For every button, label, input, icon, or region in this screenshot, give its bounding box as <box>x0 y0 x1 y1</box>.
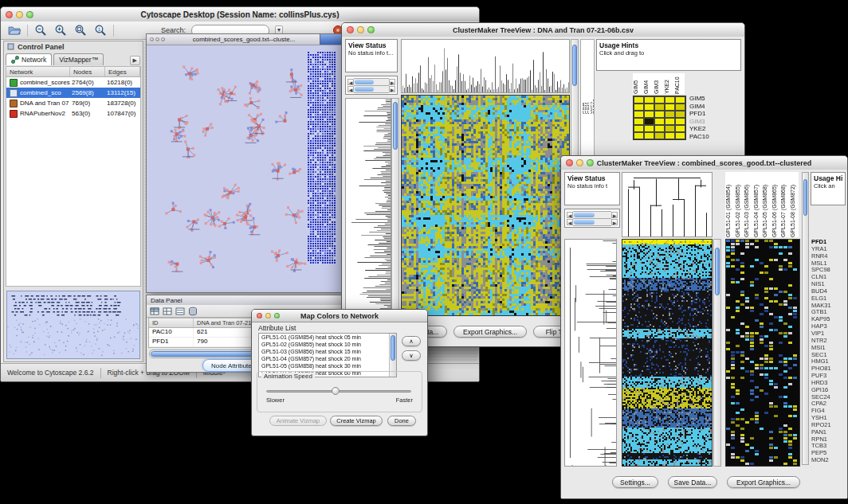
column-header-id[interactable]: ID <box>149 318 194 327</box>
gene-label[interactable]: GIM4 <box>689 103 740 111</box>
gene-label[interactable]: MSI1 <box>811 345 846 352</box>
gene-label[interactable]: PFD1 <box>811 239 846 246</box>
open-file-button[interactable] <box>7 23 22 37</box>
column-header-edges[interactable]: Edges <box>105 67 140 76</box>
export-graphics-button[interactable]: Export Graphics... <box>453 326 527 338</box>
zoom-heatmap-canvas[interactable] <box>725 239 800 467</box>
network-canvas[interactable] <box>147 45 340 291</box>
close-button[interactable] <box>257 313 262 318</box>
gene-label[interactable]: RPO21 <box>811 422 846 429</box>
dialog-titlebar[interactable]: Map Colors to Network <box>252 310 427 322</box>
scroll-left-button[interactable]: ◀ <box>567 212 573 218</box>
heatmap-canvas[interactable] <box>622 239 713 467</box>
minimize-button[interactable] <box>16 11 23 18</box>
gene-label[interactable]: GIM5 <box>689 95 740 103</box>
internal-window-buttons[interactable] <box>150 37 165 41</box>
gene-label[interactable]: GTB1 <box>811 309 846 316</box>
create-vizmap-button[interactable]: Create Vizmap <box>330 416 383 426</box>
close-button[interactable] <box>6 11 13 18</box>
gene-label[interactable]: MSL1 <box>811 260 846 268</box>
network-list-row[interactable]: combined_scores 2764(0) 16218(0) <box>6 77 140 88</box>
vertical-scrollbar[interactable] <box>802 172 809 465</box>
list-scrollbar[interactable] <box>389 334 396 377</box>
navigator-track[interactable] <box>354 85 389 93</box>
vertical-scrollbar[interactable] <box>391 98 399 316</box>
scroll-left-button[interactable]: ◀ <box>567 219 573 225</box>
gene-label[interactable]: MAK31 <box>811 303 846 310</box>
zoom-fit-button[interactable] <box>73 23 88 37</box>
attribute-list-item[interactable]: GPL51-03 (GSM856) heat shock 15 min <box>259 348 396 355</box>
gene-label[interactable]: SEC24 <box>811 394 846 401</box>
attribute-list-item[interactable]: GPL51-01 (GSM854) heat shock 05 min <box>259 334 396 341</box>
gene-label[interactable]: YKE2 <box>689 125 740 133</box>
tab-vizmapper[interactable]: VizMapper™ <box>53 53 104 65</box>
gene-dendrogram-canvas[interactable] <box>345 98 391 316</box>
gene-label[interactable]: GPI16 <box>811 387 846 394</box>
gene-label[interactable]: YRA1 <box>811 246 846 253</box>
gene-label[interactable]: PAC10 <box>689 133 740 141</box>
slider-thumb[interactable] <box>332 387 340 395</box>
gene-label[interactable]: TCB3 <box>811 443 846 450</box>
attribute-list-item[interactable]: GPL51-04 (GSM857) heat shock 20 min <box>259 355 396 362</box>
gene-label[interactable]: FIG4 <box>811 408 846 415</box>
column-header-nodes[interactable]: Nodes <box>70 67 105 76</box>
move-up-button[interactable]: ∧ <box>402 336 421 346</box>
close-button[interactable] <box>566 159 573 166</box>
scroll-left-button[interactable]: ◀ <box>347 79 354 85</box>
scrollbar-thumb[interactable] <box>572 45 577 86</box>
heatmap-canvas[interactable] <box>401 95 570 316</box>
internal-close-button[interactable] <box>150 37 154 41</box>
network-list-row[interactable]: RNAPuberNov2 563(0) 107847(0) <box>6 108 140 119</box>
gene-dendrogram-canvas[interactable] <box>564 239 617 467</box>
gene-label[interactable]: SPC98 <box>811 267 846 274</box>
zoom-button[interactable] <box>367 26 375 33</box>
treeview-dna-titlebar[interactable]: ClusterMaker TreeView : DNA and Tran 07-… <box>342 23 744 37</box>
gene-label[interactable]: VIP1 <box>811 330 846 338</box>
tab-overflow-button[interactable]: ▶ <box>130 56 140 65</box>
cytoscape-titlebar[interactable]: Cytoscape Desktop (Session Name: collins… <box>1 7 479 22</box>
internal-minimize-button[interactable] <box>155 37 159 41</box>
minimize-button[interactable] <box>357 26 364 33</box>
attribute-list-item[interactable]: GPL51-02 (GSM855) heat shock 10 min <box>259 341 396 348</box>
network-list-row-selected[interactable]: combined_sco 2569(8) 13112(15) <box>6 88 140 98</box>
attribute-list-item[interactable]: GPL51-05 (GSM858) heat shock 30 min <box>259 362 396 369</box>
vertical-scrollbar[interactable] <box>713 239 721 467</box>
animate-vizmap-button[interactable]: Animate Vizmap <box>269 416 327 426</box>
gene-label[interactable]: ELG1 <box>811 295 846 303</box>
network-view-titlebar[interactable]: combined_scores_good.txt--cluste... <box>147 34 341 45</box>
network-overview-thumbnail[interactable] <box>6 291 140 359</box>
settings-button[interactable]: Settings... <box>612 476 658 488</box>
zoom-button[interactable] <box>587 159 594 166</box>
gene-label[interactable]: BUD4 <box>811 288 846 295</box>
close-button[interactable] <box>347 26 354 33</box>
table-icon[interactable] <box>150 307 159 316</box>
save-data-button[interactable]: Save Data... <box>668 476 717 488</box>
navigator-thumb[interactable] <box>355 80 374 84</box>
gene-label[interactable]: GIM3 <box>689 118 740 126</box>
gene-label[interactable]: SEC1 <box>811 352 846 359</box>
gene-label[interactable]: YSH1 <box>811 415 846 422</box>
gene-label[interactable]: PHO81 <box>811 365 846 373</box>
gene-label[interactable]: CPA2 <box>811 400 846 408</box>
scrollbar-thumb[interactable] <box>391 335 395 361</box>
treeview-combined-titlebar[interactable]: ClusterMaker TreeView : combined_scores_… <box>561 156 847 170</box>
gene-label[interactable]: CLN1 <box>811 274 846 281</box>
tab-network[interactable]: Network <box>6 53 52 65</box>
scrollbar-thumb[interactable] <box>715 248 720 295</box>
gene-label[interactable]: RNR4 <box>811 253 846 260</box>
gene-label[interactable]: PUF3 <box>811 373 846 380</box>
navigator-track[interactable] <box>573 218 611 226</box>
gene-label[interactable]: PEP5 <box>811 450 846 457</box>
scroll-right-button[interactable]: ▶ <box>611 212 618 218</box>
scroll-right-button[interactable]: ▶ <box>611 219 618 225</box>
array-dendrogram-canvas[interactable] <box>401 39 570 93</box>
gene-label[interactable]: HAP3 <box>811 323 846 330</box>
list-icon[interactable] <box>175 307 185 316</box>
database-icon[interactable] <box>188 307 198 316</box>
network-list-row[interactable]: DNA and Tran 07 769(0) 183728(0) <box>6 98 140 108</box>
zoom-button[interactable] <box>26 11 33 18</box>
gene-label[interactable]: PAN1 <box>811 429 846 436</box>
array-dendrogram-canvas[interactable] <box>622 172 713 237</box>
scrollbar-thumb[interactable] <box>393 102 398 150</box>
gene-label[interactable]: KAP95 <box>811 316 846 323</box>
